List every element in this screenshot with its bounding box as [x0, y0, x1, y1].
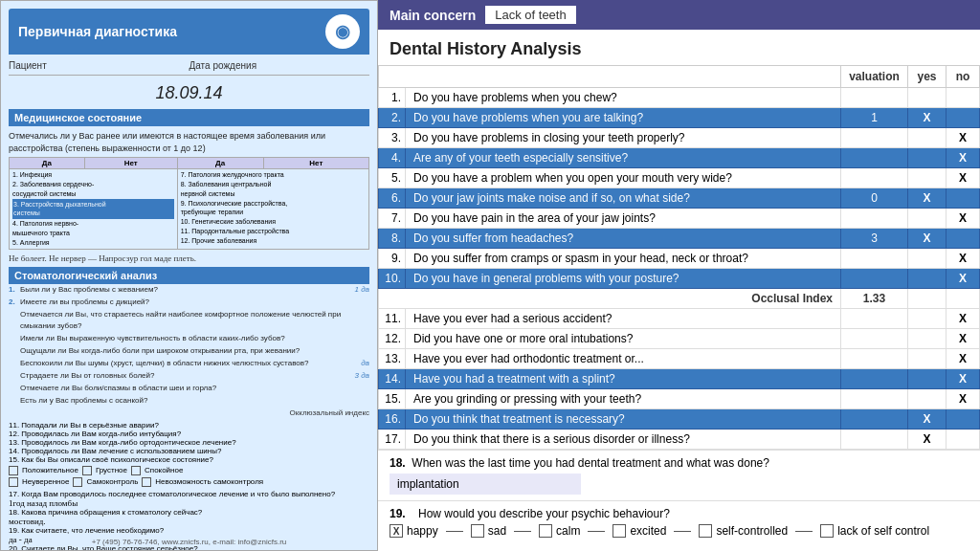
q-yes-8: X	[908, 229, 947, 249]
q-row-17: 17. Do you think that there is a serious…	[379, 430, 980, 450]
spacer-5	[795, 531, 813, 532]
q-num-13: 13.	[379, 349, 406, 369]
q-val-16	[841, 409, 908, 430]
q-text-16: Do you think that treatment is necessary…	[406, 409, 841, 430]
q-text-17: Do you think that there is a serious dis…	[406, 430, 841, 450]
q-val-14	[841, 369, 908, 389]
handwritten-note: Не болеет. Не нервер — Напросзур гол мад…	[9, 253, 369, 263]
behaviour-lack-self-control: lack of self control	[820, 524, 929, 538]
bq-11: 11. Попадали ли Вы в серьёзные аварии?	[9, 421, 369, 430]
q-no-10: X	[947, 269, 980, 289]
dq-row-1: 1. Были ли у Вас проблемы с жеванием? 1 …	[9, 284, 369, 296]
cb-sad	[471, 524, 484, 538]
q-text-11: Have you ever had a serious accident?	[406, 309, 841, 329]
q-num-11: 11.	[379, 309, 406, 329]
q-num-7: 7.	[379, 209, 406, 229]
q-num-1: 1.	[379, 88, 406, 108]
q-yes-11	[908, 309, 947, 329]
dq-row-8: Отмечаете ли Вы боли/спазмы в области ше…	[9, 383, 369, 394]
cb-nev	[142, 477, 151, 487]
q-val-7	[841, 209, 908, 229]
q-row-4: 4. Are any of your teeth especially sens…	[379, 148, 980, 168]
label-happy: happy	[407, 524, 438, 538]
q-yes-2: X	[908, 108, 947, 128]
dob-label: Дата рождения	[189, 60, 370, 71]
q-no-11: X	[947, 309, 980, 329]
q-yes-5	[908, 168, 947, 188]
q-row-15: 15. Are you grinding or pressing with yo…	[379, 389, 980, 409]
q-text-10: Do you have in general problems with you…	[406, 269, 841, 289]
behaviour-sad: sad	[471, 524, 506, 538]
q-num-8: 8.	[379, 229, 406, 249]
q-val-2: 1	[841, 108, 908, 128]
section-19: 19. How would you describe your psychic …	[378, 500, 980, 543]
q19-text: 19. Как считаете, что лечение необходимо…	[9, 526, 369, 535]
left-header: Первичная диагностика ◉	[9, 9, 369, 55]
cb-self-controlled	[699, 524, 712, 538]
occlusal-label: Occlusal Index	[379, 289, 841, 309]
q-num-3: 3.	[379, 128, 406, 148]
q-text-5: Do you have a problem when you open your…	[406, 168, 841, 188]
q-text-14: Have you had a treatment with a splint?	[406, 369, 841, 389]
q17-text: 17. Когда Вам проводилось последнее стом…	[9, 490, 369, 498]
q-row-1: 1. Do you have problems when you chew?	[379, 88, 980, 108]
q-row-7: 7. Do you have pain in the area of your …	[379, 209, 980, 229]
q-val-5	[841, 168, 908, 188]
logo-icon: ◉	[325, 14, 360, 49]
spacer-2	[514, 531, 531, 532]
q-yes-17: X	[908, 430, 947, 450]
dental-questions: 1. Были ли у Вас проблемы с жеванием? 1 …	[9, 284, 369, 407]
label-calm: calm	[556, 524, 580, 538]
q-num-17: 17.	[379, 430, 406, 450]
q-text-15: Are you grinding or pressing with your t…	[406, 389, 841, 409]
condition-row: 1. Инфекция 2. Заболевания сердечно-сосу…	[10, 169, 369, 249]
q-yes-7	[908, 209, 947, 229]
cb-excited	[612, 524, 626, 538]
cb-neuv	[9, 477, 18, 487]
bq-14: 14. Проводилось ли Вам лечение с использ…	[9, 447, 369, 455]
behaviour-self-controlled: self-controlled	[699, 524, 788, 538]
behaviour-row: X happy sad calm excited self-co	[390, 524, 969, 538]
q-text-3: Do you have problems in closing your tee…	[406, 128, 841, 148]
col-header-da2: Да	[177, 158, 263, 169]
q-yes-13	[908, 349, 947, 369]
q-num-2: 2.	[379, 108, 406, 128]
occlusal-value: 1.33	[841, 289, 908, 309]
q-val-9	[841, 249, 908, 269]
bq-13: 13. Проводилось ли Вам когда-либо ортодо…	[9, 438, 369, 447]
q-text-2: Do you have problems when you are talkin…	[406, 108, 841, 128]
q18-answer-text: implantation	[397, 477, 459, 491]
label-lack-self-control: lack of self control	[837, 524, 929, 538]
q-num-15: 15.	[379, 389, 406, 409]
cb-pol	[9, 466, 18, 475]
cb-grust	[82, 466, 92, 475]
left-panel: Первичная диагностика ◉ Пациент Дата рож…	[0, 0, 378, 551]
q-row-5: 5. Do you have a problem when you open y…	[379, 168, 980, 188]
q19-label: 19. How would you describe your psychic …	[390, 507, 969, 520]
q-val-17	[841, 430, 908, 450]
q-row-3: 3. Do you have problems in closing your …	[379, 128, 980, 148]
spacer-3	[588, 531, 605, 532]
patient-label: Пациент	[9, 60, 189, 71]
q-no-7: X	[947, 209, 980, 229]
q-no-12: X	[947, 329, 980, 349]
q-yes-15	[908, 389, 947, 409]
q-num-14: 14.	[379, 369, 406, 389]
q-yes-9	[908, 249, 947, 269]
left-header-title: Первичная диагностика	[18, 24, 177, 39]
cb-lack-self-control	[820, 524, 834, 538]
occlusal-index-row: Окклюзальный индекс	[9, 408, 369, 417]
dental-section-title: Стоматологический анализ	[9, 267, 369, 284]
q-num-9: 9.	[379, 249, 406, 269]
q-yes-14	[908, 369, 947, 389]
main-concern-value: Lack of teeth	[485, 6, 575, 24]
q-val-1	[841, 88, 908, 108]
q-num-12: 12.	[379, 329, 406, 349]
cb-spok	[131, 466, 141, 475]
occlusal-label: Окклюзальный индекс	[290, 408, 369, 417]
q18-answer: мостовид.	[9, 517, 369, 526]
q-row-13: 13. Have you ever had orthodontic treatm…	[379, 349, 980, 369]
q-val-15	[841, 389, 908, 409]
col-header-net1: Нет	[84, 158, 177, 169]
q-yes-1	[908, 88, 947, 108]
